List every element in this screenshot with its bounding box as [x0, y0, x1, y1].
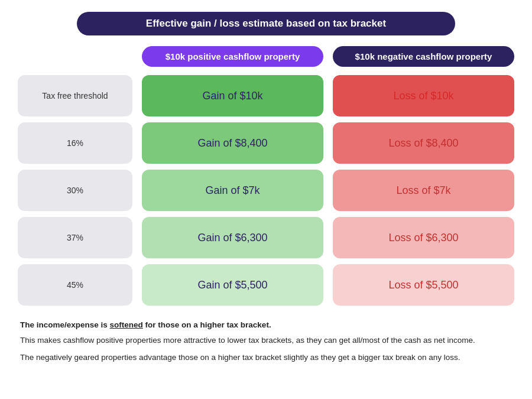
gain-cell-3: Gain of $6,300	[142, 217, 323, 258]
table-row: 16%Gain of $8,400Loss of $8,400	[18, 122, 514, 164]
table-row: 45%Gain of $5,500Loss of $5,500	[18, 264, 514, 306]
footnote-line1: The income/expense is softened for those…	[20, 319, 500, 332]
row-label-2: 30%	[18, 170, 132, 211]
loss-cell-1: Loss of $8,400	[333, 122, 514, 164]
table-row: 37%Gain of $6,300Loss of $6,300	[18, 217, 514, 258]
footnote-underline: softened	[110, 320, 143, 329]
data-table: Tax free thresholdGain of $10kLoss of $1…	[18, 75, 514, 306]
gain-cell-1: Gain of $8,400	[142, 122, 323, 164]
loss-cell-2: Loss of $7k	[333, 170, 514, 211]
row-label-4: 45%	[18, 264, 132, 306]
positive-column-header: $10k positive cashflow property	[142, 46, 323, 67]
gain-cell-2: Gain of $7k	[142, 170, 323, 211]
gain-cell-0: Gain of $10k	[142, 75, 323, 116]
row-label-1: 16%	[18, 122, 132, 164]
row-label-3: 37%	[18, 217, 132, 258]
main-title: Effective gain / loss estimate based on …	[77, 12, 455, 35]
loss-cell-4: Loss of $5,500	[333, 264, 514, 306]
footnote-line2: This makes cashflow positive properties …	[20, 334, 500, 347]
loss-cell-3: Loss of $6,300	[333, 217, 514, 258]
footnote-bold-end: for those on a higher tax bracket.	[143, 320, 271, 329]
footnote-bold-start: The income/expense is	[20, 320, 110, 329]
footnote-line3: The negatively geared properties advanta…	[20, 351, 500, 364]
footnote: The income/expense is softened for those…	[18, 319, 502, 364]
row-label-0: Tax free threshold	[18, 75, 132, 116]
column-headers: $10k positive cashflow property $10k neg…	[142, 46, 514, 67]
loss-cell-0: Loss of $10k	[333, 75, 514, 116]
table-row: 30%Gain of $7kLoss of $7k	[18, 170, 514, 211]
negative-column-header: $10k negative cashflow property	[333, 46, 514, 67]
gain-cell-4: Gain of $5,500	[142, 264, 323, 306]
table-row: Tax free thresholdGain of $10kLoss of $1…	[18, 75, 514, 116]
